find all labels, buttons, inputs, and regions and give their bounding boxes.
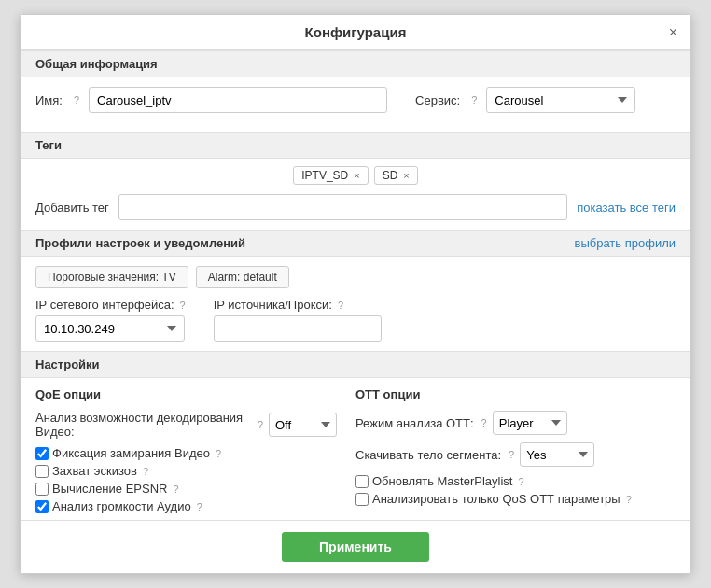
qos-only-checkbox[interactable] (356, 493, 369, 506)
checkbox-epsnr: Вычисление EPSNR ? (35, 482, 337, 496)
audio-volume-checkbox[interactable] (35, 500, 49, 513)
video-decode-help-icon[interactable]: ? (258, 419, 263, 430)
tag-sd-remove[interactable]: × (403, 170, 409, 181)
update-masterplaylist-label: Обновлять MasterPlaylist (372, 474, 512, 488)
audio-volume-label: Анализ громкости Аудио (52, 499, 191, 513)
tags-section-content: IPTV_SD × SD × Добавить тег показать все… (21, 159, 690, 230)
profile-buttons-row: Пороговые значения: TV Alarm: default (21, 257, 690, 298)
settings-section-content: QoE опции Анализ возможности декодирован… (21, 378, 690, 520)
ip-source-group: IP источника/Прокси: ? (214, 298, 382, 342)
update-masterplaylist-checkbox[interactable] (356, 475, 369, 488)
video-decode-select[interactable]: Off On (269, 413, 337, 437)
ip-interface-group: IP сетевого интерфейса: ? 10.10.30.249 (35, 298, 186, 342)
qoe-column: QoE опции Анализ возможности декодирован… (35, 387, 356, 517)
profiles-section-header: Профили настроек и уведомлений выбрать п… (21, 230, 690, 257)
epsnr-checkbox[interactable] (35, 483, 49, 496)
profile-btn-alarm[interactable]: Alarm: default (196, 266, 289, 288)
ip-source-input[interactable] (214, 315, 382, 342)
name-row: Имя: ? Сервис: ? Carousel (35, 87, 676, 113)
checkbox-freeze-video: Фиксация замирания Видео ? (35, 446, 337, 460)
freeze-video-checkbox[interactable] (35, 447, 49, 460)
audio-volume-help-icon[interactable]: ? (197, 501, 202, 512)
epsnr-label: Вычисление EPSNR (52, 482, 167, 496)
profiles-section-label: Профили настроек и уведомлений (35, 236, 245, 250)
analysis-mode-label: Режим анализа ОТТ: (356, 416, 474, 430)
select-profiles-link[interactable]: выбрать профили (574, 236, 676, 250)
tag-iptv-sd-label: IPTV_SD (301, 169, 348, 182)
download-segment-label: Скачивать тело сегмента: (356, 448, 501, 462)
service-select[interactable]: Carousel (486, 87, 635, 113)
tags-section-header: Теги (21, 132, 690, 159)
video-decode-row: Анализ возможности декодирования Видео: … (35, 411, 337, 439)
show-all-tags-link[interactable]: показать все теги (577, 201, 676, 215)
dialog-body: Общая информация Имя: ? Сервис: ? Carous… (21, 50, 690, 520)
qoe-title: QoE опции (35, 387, 337, 401)
video-decode-label: Анализ возможности декодирования Видео: (35, 411, 250, 439)
name-label: Имя: (35, 93, 63, 107)
qos-only-label: Анализировать только QoS ОТТ параметры (372, 492, 620, 506)
epsnr-help-icon[interactable]: ? (173, 483, 178, 495)
dialog-footer: Применить (21, 520, 690, 573)
ip-interface-help-icon[interactable]: ? (180, 300, 186, 311)
settings-section-header: Настройки (21, 351, 690, 378)
thumbnails-help-icon[interactable]: ? (143, 466, 148, 477)
ip-interface-label: IP сетевого интерфейса: (35, 298, 174, 312)
ott-title: ОТТ опции (356, 387, 657, 401)
tags-list: IPTV_SD × SD × (21, 159, 690, 194)
apply-button[interactable]: Применить (282, 532, 429, 562)
tag-iptv-sd-remove[interactable]: × (354, 170, 359, 181)
thumbnails-label: Захват эскизов (52, 464, 137, 478)
download-segment-help-icon[interactable]: ? (509, 449, 514, 460)
add-tag-input[interactable] (118, 194, 567, 220)
name-help-icon[interactable]: ? (74, 94, 79, 105)
freeze-video-label: Фиксация замирания Видео (52, 446, 210, 460)
download-segment-row: Скачивать тело сегмента: ? Yes No (356, 442, 657, 467)
ip-source-help-icon[interactable]: ? (338, 300, 343, 311)
analysis-mode-help-icon[interactable]: ? (481, 417, 487, 428)
profile-btn-tv[interactable]: Пороговые значения: TV (35, 266, 188, 288)
analysis-mode-row: Режим анализа ОТТ: ? Player Passive (356, 411, 657, 435)
analysis-mode-select[interactable]: Player Passive (493, 411, 567, 435)
general-section-header: Общая информация (21, 50, 690, 77)
checkbox-audio-volume: Анализ громкости Аудио ? (35, 499, 337, 513)
close-button[interactable]: × (669, 25, 677, 40)
tag-iptv-sd: IPTV_SD × (293, 166, 368, 185)
dialog-header: Конфигурация × (21, 15, 690, 50)
general-section-content: Имя: ? Сервис: ? Carousel (21, 77, 690, 132)
settings-columns: QoE опции Анализ возможности декодирован… (35, 387, 676, 517)
thumbnails-checkbox[interactable] (35, 465, 49, 478)
freeze-video-help-icon[interactable]: ? (216, 448, 221, 459)
add-tag-label: Добавить тег (35, 201, 109, 215)
checkbox-qos-only: Анализировать только QoS ОТТ параметры ? (356, 492, 657, 506)
checkbox-update-masterplaylist: Обновлять MasterPlaylist ? (356, 474, 657, 488)
ip-interface-select[interactable]: 10.10.30.249 (35, 315, 185, 342)
update-masterplaylist-help-icon[interactable]: ? (518, 476, 523, 487)
ott-column: ОТТ опции Режим анализа ОТТ: ? Player Pa… (356, 387, 676, 517)
ip-row: IP сетевого интерфейса: ? 10.10.30.249 I… (21, 298, 690, 351)
checkbox-thumbnails: Захват эскизов ? (35, 464, 337, 478)
dialog-title: Конфигурация (305, 24, 407, 40)
tag-sd: SD × (374, 166, 418, 185)
service-help-icon[interactable]: ? (471, 94, 477, 105)
service-label: Сервис: (415, 93, 460, 107)
add-tag-row: Добавить тег показать все теги (21, 194, 690, 230)
qos-only-help-icon[interactable]: ? (626, 494, 632, 505)
configuration-dialog: Конфигурация × Общая информация Имя: ? С… (20, 14, 691, 574)
ip-source-label: IP источника/Прокси: (214, 298, 332, 312)
download-segment-select[interactable]: Yes No (520, 442, 594, 467)
name-input[interactable] (89, 87, 387, 113)
tag-sd-label: SD (383, 169, 398, 182)
